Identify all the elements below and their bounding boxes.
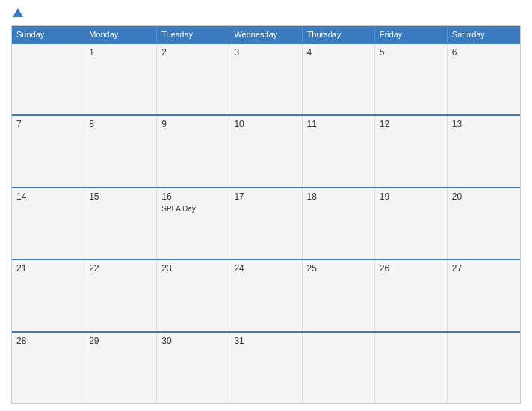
- day-number: 23: [161, 263, 224, 274]
- calendar-cell: 11: [303, 116, 375, 186]
- day-number: 15: [89, 191, 152, 202]
- day-number: 31: [234, 336, 297, 346]
- calendar-page: SundayMondayTuesdayWednesdayThursdayFrid…: [0, 0, 532, 411]
- day-number: 24: [234, 263, 297, 274]
- calendar-cell: 21: [12, 260, 84, 330]
- day-number: 1: [89, 47, 152, 58]
- day-number: 4: [307, 47, 370, 58]
- day-number: 2: [161, 47, 224, 58]
- calendar-cell: 23: [157, 260, 229, 330]
- day-number: 28: [16, 336, 79, 346]
- calendar-cell: [303, 333, 375, 403]
- calendar-cell: 13: [448, 116, 520, 186]
- calendar-cell: 14: [12, 188, 84, 259]
- weekday-header: Saturday: [448, 26, 520, 43]
- calendar-cell: 7: [12, 116, 84, 186]
- day-number: 18: [307, 191, 370, 202]
- weekday-header: Tuesday: [157, 26, 229, 43]
- day-number: 25: [307, 263, 370, 274]
- day-number: 5: [380, 47, 442, 58]
- calendar-cell: 9: [157, 116, 229, 186]
- calendar-cell: 19: [375, 188, 448, 259]
- weekday-header: Wednesday: [229, 26, 302, 43]
- calendar-cell: [448, 333, 520, 403]
- calendar-cell: 26: [375, 260, 448, 330]
- weekday-header: Friday: [375, 26, 448, 43]
- calendar-cell: 20: [448, 188, 520, 259]
- calendar-cell: 1: [84, 44, 157, 114]
- day-number: 7: [16, 119, 79, 129]
- day-number: 10: [234, 119, 297, 129]
- calendar-grid: SundayMondayTuesdayWednesdayThursdayFrid…: [11, 25, 521, 404]
- day-number: 19: [380, 191, 442, 202]
- calendar-cell: [375, 333, 448, 403]
- calendar-week: 123456: [12, 43, 520, 114]
- calendar-cell: 10: [229, 116, 302, 186]
- event-label: SPLA Day: [161, 205, 224, 213]
- logo-general: [11, 7, 23, 19]
- weekday-header: Sunday: [12, 26, 84, 43]
- calendar-cell: 15: [84, 188, 157, 259]
- calendar-cell: 29: [84, 333, 157, 403]
- logo-triangle-icon: [13, 8, 23, 17]
- calendar-cell: 27: [448, 260, 520, 330]
- calendar-cell: 28: [12, 333, 84, 403]
- calendar-cell: 8: [84, 116, 157, 186]
- calendar-week: 28293031: [12, 331, 520, 403]
- day-number: 14: [16, 191, 79, 202]
- calendar-cell: 5: [375, 44, 448, 114]
- calendar-cell: 18: [303, 188, 375, 259]
- calendar-cell: 24: [229, 260, 302, 330]
- day-number: 17: [234, 191, 297, 202]
- calendar-cell: 30: [157, 333, 229, 403]
- day-number: 8: [89, 119, 152, 129]
- calendar-week: 78910111213: [12, 114, 520, 186]
- day-number: 27: [452, 263, 516, 274]
- day-number: 30: [161, 336, 224, 346]
- calendar-week: 21222324252627: [12, 259, 520, 330]
- calendar-cell: 2: [157, 44, 229, 114]
- day-number: 22: [89, 263, 152, 274]
- weekday-header: Thursday: [303, 26, 375, 43]
- day-number: 13: [452, 119, 516, 129]
- day-number: 6: [452, 47, 516, 58]
- day-number: 3: [234, 47, 297, 58]
- logo: [11, 7, 23, 19]
- calendar-cell: 3: [229, 44, 302, 114]
- calendar-cell: [12, 44, 84, 114]
- calendar-week: 141516SPLA Day17181920: [12, 187, 520, 259]
- day-number: 9: [161, 119, 224, 129]
- calendar-cell: 25: [303, 260, 375, 330]
- day-number: 26: [380, 263, 442, 274]
- day-number: 29: [89, 336, 152, 346]
- day-number: 12: [380, 119, 442, 129]
- calendar-cell: 12: [375, 116, 448, 186]
- day-number: 21: [16, 263, 79, 274]
- calendar-cell: 17: [229, 188, 302, 259]
- calendar-cell: 4: [303, 44, 375, 114]
- day-number: 16: [161, 191, 224, 202]
- page-header: [11, 7, 521, 19]
- calendar-body: 12345678910111213141516SPLA Day171819202…: [12, 43, 520, 403]
- calendar-cell: 22: [84, 260, 157, 330]
- day-number: 20: [452, 191, 516, 202]
- calendar-cell: 6: [448, 44, 520, 114]
- calendar-cell: 16SPLA Day: [157, 188, 229, 259]
- calendar-header: SundayMondayTuesdayWednesdayThursdayFrid…: [12, 26, 520, 43]
- day-number: 11: [307, 119, 370, 129]
- calendar-cell: 31: [229, 333, 302, 403]
- weekday-header: Monday: [84, 26, 157, 43]
